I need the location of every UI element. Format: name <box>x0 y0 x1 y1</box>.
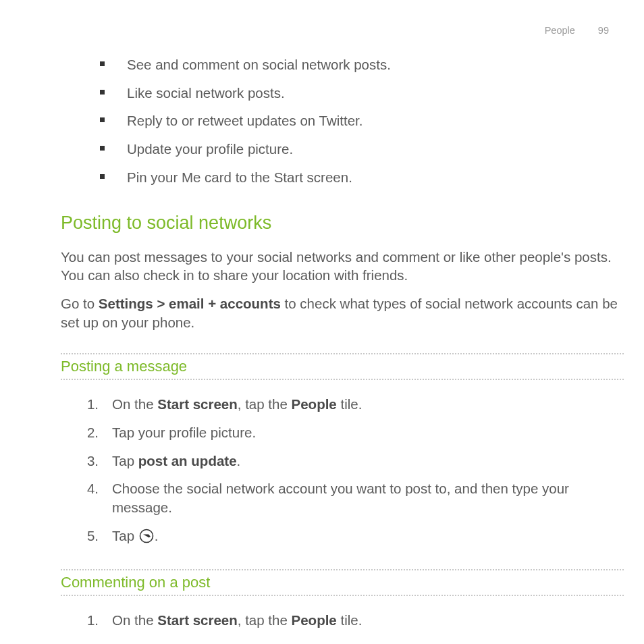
text: Go to <box>61 296 99 311</box>
step-item: On the Start screen, tap the People tile… <box>76 611 624 630</box>
dotted-divider <box>61 353 624 354</box>
dotted-divider <box>61 569 624 570</box>
text: , tap the <box>238 612 292 628</box>
section-heading: Posting to social networks <box>61 211 624 235</box>
list-item: Like social network posts. <box>100 84 624 103</box>
bold-text: Start screen <box>157 396 238 412</box>
document-page: People 99 See and comment on social netw… <box>0 0 644 644</box>
dotted-divider <box>61 595 624 596</box>
text: . <box>237 453 241 468</box>
subheading-block: Posting a message <box>61 353 624 380</box>
text: On the <box>112 612 157 628</box>
text: tile. <box>337 612 363 628</box>
text: On the <box>112 396 157 412</box>
sub-heading: Posting a message <box>61 356 624 377</box>
dotted-divider <box>61 379 624 380</box>
subheading-block: Commenting on a post <box>61 569 624 596</box>
bold-text: Settings > email + accounts <box>99 296 281 311</box>
steps-commenting: On the Start screen, tap the People tile… <box>76 611 624 630</box>
section-name: People <box>545 25 575 36</box>
list-item: Update your profile picture. <box>100 140 624 159</box>
page-header: People 99 <box>545 24 609 38</box>
sub-heading: Commenting on a post <box>61 572 624 593</box>
step-item: Tap post an update. <box>76 452 624 471</box>
text: tile. <box>337 396 363 412</box>
send-icon <box>139 529 154 548</box>
list-item: Reply to or retweet updates on Twitter. <box>100 111 624 130</box>
feature-list: See and comment on social network posts.… <box>100 55 624 186</box>
step-item: On the Start screen, tap the People tile… <box>76 395 624 414</box>
page-number: 99 <box>598 25 609 36</box>
bold-text: post an update <box>138 453 237 468</box>
bold-text: Start screen <box>157 612 238 628</box>
list-item: See and comment on social network posts. <box>100 55 624 74</box>
text: Tap <box>112 453 138 468</box>
bold-text: People <box>292 396 337 412</box>
steps-posting-message: On the Start screen, tap the People tile… <box>76 395 624 547</box>
step-item: Tap . <box>76 527 624 548</box>
step-item: Tap your profile picture. <box>76 423 624 442</box>
text: Tap <box>112 528 138 543</box>
text: , tap the <box>238 396 292 412</box>
list-item: Pin your Me card to the Start screen. <box>100 168 624 187</box>
text: . <box>155 528 159 543</box>
intro-paragraph-2: Go to Settings > email + accounts to che… <box>61 294 620 331</box>
intro-paragraph-1: You can post messages to your social net… <box>61 248 620 285</box>
bold-text: People <box>292 612 337 628</box>
step-item: Choose the social network account you wa… <box>76 479 624 516</box>
